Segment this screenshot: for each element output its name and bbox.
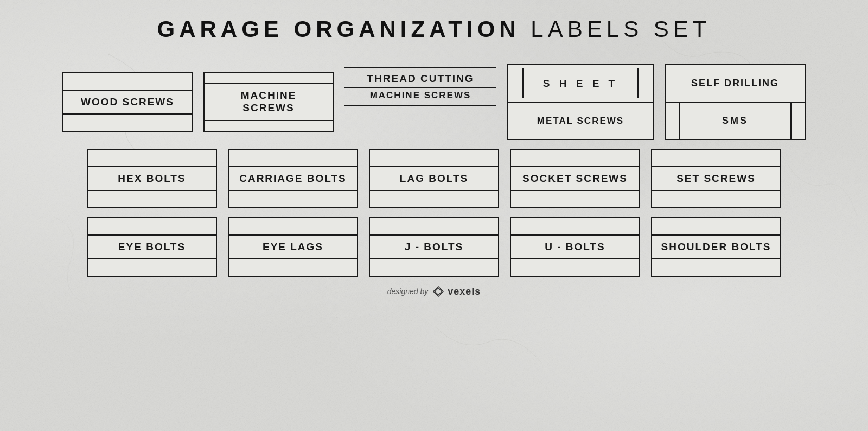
- label-top-line: [511, 163, 639, 167]
- footer: designed by vexels: [387, 286, 481, 297]
- label-machine-screws: MACHINE SCREWS: [203, 72, 334, 132]
- sd-top: SELF DRILLING: [666, 65, 805, 102]
- sd-text-bottom: SMS: [722, 115, 748, 126]
- label-eye-bolts: EYE BOLTS: [87, 217, 217, 277]
- label-top-section: S H E E T: [508, 65, 653, 102]
- label-carriage-bolts: CARRIAGE BOLTS: [228, 149, 358, 208]
- right-block: [637, 68, 653, 98]
- label-bottom-line: [229, 258, 357, 263]
- label-bottom-line: [63, 113, 192, 118]
- label-top-line: [88, 231, 216, 236]
- label-bottom-line: [205, 120, 333, 124]
- label-top-line: [229, 231, 357, 236]
- label-bottom-line: [370, 258, 498, 263]
- metal-screws-text: METAL SCREWS: [537, 116, 624, 126]
- page-content: GARAGE ORGANIZATION LABELS SET WOOD SCRE…: [0, 0, 868, 431]
- label-bottom-line: [344, 105, 496, 110]
- label-text: SET SCREWS: [668, 167, 764, 191]
- label-text: CARRIAGE BOLTS: [231, 167, 355, 191]
- label-j-bolts: J - BOLTS: [369, 217, 499, 277]
- labels-grid: WOOD SCREWS MACHINE SCREWS THREAD CUTTIN…: [33, 64, 835, 277]
- vexels-brand-text: vexels: [448, 286, 481, 297]
- label-top-line: [370, 163, 498, 167]
- label-top-line: [205, 80, 333, 84]
- label-eye-lags: EYE LAGS: [228, 217, 358, 277]
- label-text: SHOULDER BOLTS: [653, 236, 780, 259]
- label-text: LAG BOLTS: [391, 167, 477, 191]
- designed-by-text: designed by: [387, 287, 429, 296]
- label-top-line: [370, 231, 498, 236]
- vexels-logo: vexels: [432, 286, 481, 297]
- labels-row-1: WOOD SCREWS MACHINE SCREWS THREAD CUTTIN…: [33, 64, 835, 140]
- label-top-line: [63, 86, 192, 91]
- label-top-line: [652, 163, 780, 167]
- label-text: EYE BOLTS: [110, 236, 194, 259]
- label-top-line: [344, 64, 496, 68]
- vexels-diamond-icon: [432, 286, 444, 297]
- labels-row-2: HEX BOLTS CARRIAGE BOLTS LAG BOLTS SOCKE…: [33, 149, 835, 208]
- label-text-bottom: MACHINE SCREWS: [344, 88, 496, 105]
- label-text: J - BOLTS: [396, 236, 472, 259]
- label-text: U - BOLTS: [536, 236, 614, 259]
- left-block: [508, 68, 524, 98]
- sd-right-block: [790, 103, 805, 139]
- page-title: GARAGE ORGANIZATION LABELS SET: [157, 16, 711, 42]
- label-text-top: THREAD CUTTING: [344, 68, 496, 87]
- label-wood-screws: WOOD SCREWS: [62, 72, 193, 132]
- label-bottom-line: [652, 258, 780, 263]
- sd-left-block: [666, 103, 680, 139]
- sd-center: SMS: [680, 115, 790, 126]
- label-text: EYE LAGS: [254, 236, 332, 259]
- label-text: HEX BOLTS: [109, 167, 194, 191]
- label-top-line: [88, 163, 216, 167]
- label-bottom-line: [229, 190, 357, 194]
- label-top-line: [652, 231, 780, 236]
- label-text: WOOD SCREWS: [72, 91, 183, 114]
- label-shoulder-bolts: SHOULDER BOLTS: [651, 217, 781, 277]
- label-self-drilling: SELF DRILLING SMS: [665, 64, 806, 140]
- label-bottom-line: [511, 258, 639, 263]
- label-hex-bolts: HEX BOLTS: [87, 149, 217, 208]
- label-socket-screws: SOCKET SCREWS: [510, 149, 640, 208]
- label-set-screws: SET SCREWS: [651, 149, 781, 208]
- label-text: SOCKET SCREWS: [514, 167, 636, 191]
- label-text: MACHINE SCREWS: [205, 84, 333, 120]
- label-u-bolts: U - BOLTS: [510, 217, 640, 277]
- label-top-line: [511, 231, 639, 236]
- labels-row-3: EYE BOLTS EYE LAGS J - BOLTS U - BOLTS: [33, 217, 835, 277]
- sd-bottom: SMS: [666, 103, 805, 139]
- label-thread-cutting: THREAD CUTTING MACHINE SCREWS: [344, 64, 496, 140]
- label-lag-bolts: LAG BOLTS: [369, 149, 499, 208]
- sd-text-top: SELF DRILLING: [691, 78, 779, 89]
- label-bottom-line: [370, 190, 498, 194]
- label-bottom-line: [88, 258, 216, 263]
- label-bottom-section: METAL SCREWS: [508, 103, 653, 139]
- label-bottom-line: [652, 190, 780, 194]
- label-bottom-line: [511, 190, 639, 194]
- sheet-text: S H E E T: [543, 78, 618, 90]
- label-sheet-metal-screws: S H E E T METAL SCREWS: [507, 64, 654, 140]
- label-bottom-line: [88, 190, 216, 194]
- label-top-line: [229, 163, 357, 167]
